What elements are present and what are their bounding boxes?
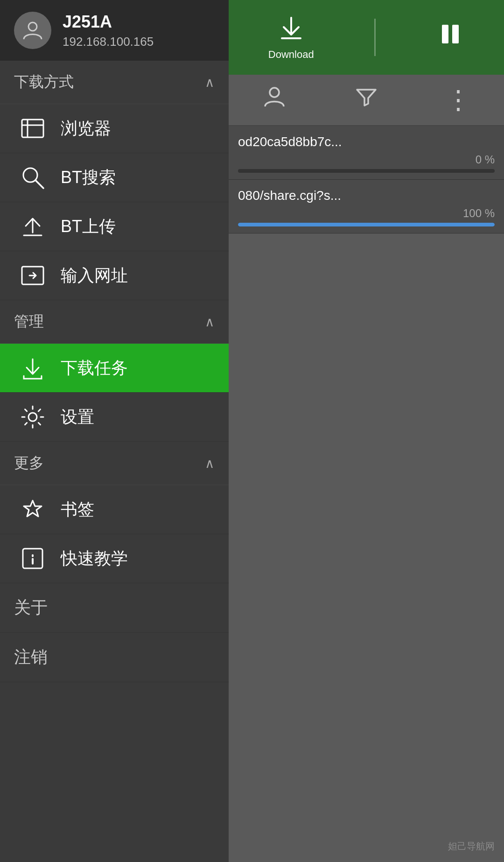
- section-label: 更多: [14, 453, 44, 473]
- bt-search-label: BT搜索: [61, 166, 116, 189]
- user-ip: 192.168.100.165: [63, 35, 154, 49]
- download-item[interactable]: od20ca5d8bb7c... 0 %: [229, 126, 504, 180]
- chevron-up-icon: ∧: [205, 314, 215, 330]
- svg-point-12: [28, 413, 37, 421]
- section-more[interactable]: 更多 ∧: [0, 442, 229, 485]
- browser-icon: [19, 114, 47, 142]
- menu-item-settings[interactable]: 设置: [0, 393, 229, 442]
- funnel-filter-icon[interactable]: [353, 84, 379, 116]
- download-progress-text: 0 %: [238, 153, 495, 166]
- more-options-icon[interactable]: ⋮: [445, 87, 471, 113]
- menu-item-quick-tutorial[interactable]: 快速教学: [0, 534, 229, 583]
- bt-upload-icon: [19, 212, 47, 240]
- svg-rect-1: [442, 25, 448, 43]
- menu-item-download-task[interactable]: 下载任务: [0, 344, 229, 393]
- logout-label: 注销: [14, 647, 48, 666]
- section-label: 下载方式: [14, 72, 74, 92]
- download-progress-text: 100 %: [238, 207, 495, 220]
- bt-search-icon: [19, 163, 47, 191]
- input-url-label: 输入网址: [61, 264, 128, 287]
- menu-item-bt-upload[interactable]: BT上传: [0, 202, 229, 251]
- bookmarks-icon: [19, 495, 47, 523]
- bt-upload-label: BT上传: [61, 215, 116, 238]
- pause-tab[interactable]: [436, 20, 464, 55]
- navigation-drawer: J251A 192.168.100.165 下载方式 ∧ 浏览器 BT搜索: [0, 0, 229, 862]
- download-items-list: od20ca5d8bb7c... 0 % 080/share.cgi?s... …: [229, 126, 504, 233]
- section-label: 管理: [14, 311, 44, 332]
- settings-icon: [19, 403, 47, 431]
- input-url-icon: [19, 261, 47, 290]
- quick-tutorial-label: 快速教学: [61, 547, 128, 570]
- download-task-icon: [19, 354, 47, 382]
- svg-rect-2: [452, 25, 459, 43]
- download-filename: 080/share.cgi?s...: [238, 188, 495, 203]
- download-item[interactable]: 080/share.cgi?s... 100 %: [229, 180, 504, 233]
- bookmarks-label: 书签: [61, 498, 94, 521]
- chevron-up-icon: ∧: [205, 456, 215, 471]
- menu-item-logout[interactable]: 注销: [0, 633, 229, 682]
- top-bar: Download: [229, 0, 504, 75]
- avatar: [14, 12, 51, 49]
- download-icon: [277, 14, 305, 46]
- section-manage[interactable]: 管理 ∧: [0, 300, 229, 344]
- download-task-label: 下载任务: [61, 357, 128, 380]
- svg-point-4: [28, 22, 37, 31]
- settings-label: 设置: [61, 406, 94, 429]
- drawer-header[interactable]: J251A 192.168.100.165: [0, 0, 229, 61]
- about-label: 关于: [14, 598, 48, 617]
- svg-line-9: [35, 180, 43, 188]
- watermark: 妲己导航网: [448, 840, 495, 853]
- progress-bar-bg: [238, 169, 495, 173]
- pause-icon: [436, 20, 464, 52]
- filter-bar: ⋮: [229, 75, 504, 126]
- quick-tutorial-icon: [19, 544, 47, 572]
- username: J251A: [63, 12, 154, 32]
- progress-bar-bg: [238, 223, 495, 226]
- menu-item-bookmarks[interactable]: 书签: [0, 485, 229, 534]
- browser-label: 浏览器: [61, 117, 111, 140]
- menu-item-about[interactable]: 关于: [0, 583, 229, 633]
- menu-item-bt-search[interactable]: BT搜索: [0, 153, 229, 202]
- download-label: Download: [268, 49, 314, 61]
- menu-item-input-url[interactable]: 输入网址: [0, 251, 229, 300]
- section-download-method[interactable]: 下载方式 ∧: [0, 61, 229, 104]
- svg-point-3: [270, 88, 279, 97]
- progress-bar-fill: [238, 223, 495, 226]
- svg-rect-5: [22, 120, 43, 137]
- download-tab[interactable]: Download: [268, 14, 314, 61]
- person-filter-icon[interactable]: [261, 84, 287, 116]
- chevron-up-icon: ∧: [205, 75, 215, 90]
- download-filename: od20ca5d8bb7c...: [238, 134, 495, 149]
- topbar-divider: [374, 19, 376, 56]
- menu-item-browser[interactable]: 浏览器: [0, 104, 229, 153]
- user-info: J251A 192.168.100.165: [63, 12, 154, 49]
